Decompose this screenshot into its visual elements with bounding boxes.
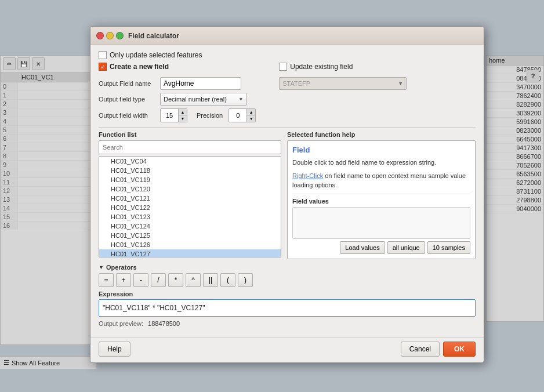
output-field-width-input[interactable] [161, 109, 178, 122]
close-paren-op-button[interactable]: ) [238, 273, 253, 287]
help-line2: Right-Click on field name to open contex… [292, 171, 470, 190]
selected-function-help-label: Selected function help [287, 131, 476, 138]
update-existing-field-checkbox[interactable] [279, 63, 287, 71]
right-val: 7862400 [487, 92, 543, 100]
precision-spin-down[interactable]: ▼ [247, 115, 255, 122]
operators-label: Operators [106, 264, 137, 271]
expression-input[interactable] [99, 299, 476, 317]
precision-input[interactable] [229, 109, 246, 122]
help-button[interactable]: Help [99, 342, 130, 357]
output-field-width-label: Output field width [99, 112, 157, 119]
precision-spinbox[interactable]: ▲ ▼ [229, 108, 256, 122]
right-val: 0823000 [487, 126, 543, 135]
edit-btn[interactable]: ✏ [3, 57, 16, 70]
list-item-selected[interactable]: HC01_VC127 [99, 249, 281, 257]
ten-samples-button[interactable]: 10 samples [427, 241, 470, 254]
help-panel-title: Field [292, 146, 470, 154]
output-field-type-label: Output field type [99, 96, 157, 103]
operators-buttons: = + - / * ^ || ( ) [99, 273, 476, 287]
table-row: 3 [1, 108, 95, 117]
background-right-values: home 8478500 0848400 3470000 7862400 828… [486, 55, 544, 322]
show-all-bar[interactable]: ☰ Show All Feature [0, 356, 96, 369]
list-item[interactable]: HC01_VC123 [99, 212, 281, 222]
search-input[interactable] [99, 140, 281, 154]
divide-op-button[interactable]: / [151, 273, 166, 287]
field-calculator-dialog: Field calculator Only update selected fe… [90, 26, 484, 363]
dialog-title-bar: Field calculator [90, 27, 484, 45]
save-btn[interactable]: 💾 [17, 57, 30, 70]
list-item[interactable]: HC01_VC125 [99, 231, 281, 240]
maximize-button[interactable] [116, 32, 124, 39]
update-existing-field-select[interactable]: STATEFP ▼ [279, 77, 407, 90]
only-update-selected-checkbox[interactable] [99, 51, 107, 59]
triangle-icon: ▼ [99, 264, 104, 270]
expression-label: Expression [99, 291, 476, 297]
table-toolbar: ✏ 💾 ✕ [1, 56, 95, 72]
help-divider [292, 194, 470, 194]
open-paren-op-button[interactable]: ( [220, 273, 235, 287]
table-col-header: HC01_VC1 [1, 72, 95, 82]
selected-function-help-panel: Field Double click to add field name to … [287, 140, 476, 259]
right-val: 3039200 [487, 109, 543, 118]
function-list-area[interactable]: HC01_VC04 HC01_VC118 HC01_VC119 HC01_VC1… [99, 156, 281, 257]
output-field-name-label: Output Field name [99, 80, 157, 87]
corner-help-button[interactable]: ? [527, 70, 539, 82]
create-new-field-checkbox[interactable] [99, 63, 107, 71]
create-new-field-label: Create a new field [110, 63, 169, 71]
right-val: 8282900 [487, 100, 543, 109]
close-button[interactable] [96, 32, 104, 39]
table-row: 8 [1, 152, 95, 161]
list-item[interactable]: HC01_VC124 [99, 222, 281, 231]
minus-op-button[interactable]: - [133, 273, 148, 287]
concat-op-button[interactable]: || [203, 273, 218, 287]
list-item[interactable]: HC01_VC121 [99, 194, 281, 203]
right-val: 8731100 [487, 187, 543, 196]
main-two-panel: Function list HC01_VC04 HC01_VC118 HC01_… [99, 131, 476, 259]
operators-header[interactable]: ▼ Operators [99, 264, 476, 271]
create-new-field-row: Create a new field [99, 63, 256, 71]
precision-spin-up[interactable]: ▲ [247, 109, 255, 115]
operators-section: ▼ Operators = + - / * ^ || ( ) [99, 264, 476, 287]
width-spin-up[interactable]: ▲ [179, 109, 187, 115]
window-controls [96, 32, 124, 39]
list-item[interactable]: HC01_VC122 [99, 203, 281, 212]
list-item[interactable]: HC01_VC120 [99, 184, 281, 194]
minimize-button[interactable] [106, 32, 114, 39]
right-col-header: home [487, 56, 543, 66]
right-val: 9040000 [487, 205, 543, 213]
dialog-body: Only update selected features Create a n… [90, 45, 484, 337]
table-icon: ☰ [3, 359, 9, 366]
list-item[interactable]: HC01_VC118 [99, 166, 281, 175]
output-field-name-input[interactable] [160, 77, 241, 90]
delete-btn[interactable]: ✕ [32, 57, 45, 70]
table-row: 5 [1, 126, 95, 135]
load-values-button[interactable]: Load values [340, 241, 385, 254]
table-row: 2 [1, 100, 95, 108]
expression-section: Expression [99, 291, 476, 317]
cancel-button[interactable]: Cancel [401, 342, 440, 357]
width-spin-down[interactable]: ▼ [179, 115, 187, 122]
table-row: 1 [1, 91, 95, 100]
multiply-op-button[interactable]: * [168, 273, 183, 287]
output-field-type-select[interactable]: Decimal number (real) ▼ [160, 93, 247, 106]
ok-button[interactable]: OK [443, 342, 476, 357]
list-item[interactable]: HC01_VC04 [99, 157, 281, 166]
list-item[interactable]: HC01_VC126 [99, 240, 281, 249]
equals-op-button[interactable]: = [99, 273, 114, 287]
list-item[interactable]: HC01_VC119 [99, 175, 281, 184]
table-row: 13 [1, 195, 95, 204]
table-row: 7 [1, 143, 95, 152]
plus-op-button[interactable]: + [116, 273, 131, 287]
output-field-width-spinbox[interactable]: ▲ ▼ [160, 108, 187, 122]
help-line1: Double click to add field name to expres… [292, 158, 470, 168]
table-row: 11 [1, 178, 95, 187]
function-list-panel: Function list HC01_VC04 HC01_VC118 HC01_… [99, 131, 281, 259]
table-row: 9 [1, 161, 95, 169]
table-row: 14 [1, 204, 95, 213]
power-op-button[interactable]: ^ [186, 273, 201, 287]
table-row: 6 [1, 135, 95, 143]
right-click-link[interactable]: Right-Click [292, 172, 323, 179]
only-update-selected-label: Only update selected features [110, 51, 202, 59]
all-unique-button[interactable]: all unique [387, 241, 425, 254]
table-rows: 0 1 2 3 4 5 6 7 8 9 10 11 12 13 14 15 16 [1, 82, 95, 230]
